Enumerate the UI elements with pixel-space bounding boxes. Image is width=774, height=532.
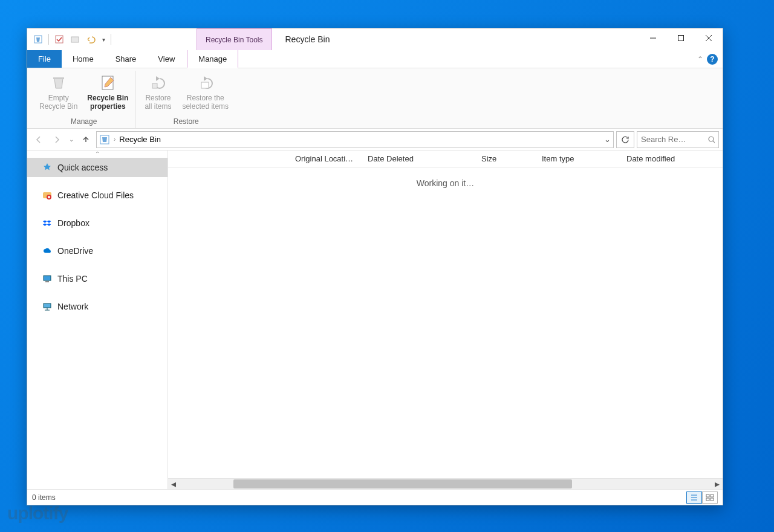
onedrive-icon — [42, 245, 53, 256]
dropbox-icon — [42, 218, 53, 229]
thumbnails-view-button[interactable] — [702, 491, 718, 504]
content-pane: Original Locati…Date DeletedSizeItem typ… — [167, 151, 723, 489]
svg-line-11 — [713, 141, 715, 143]
sidebar-item-label: OneDrive — [57, 246, 93, 256]
refresh-button[interactable] — [616, 131, 634, 148]
recycle-bin-icon[interactable] — [31, 32, 45, 47]
sidebar-item-label: This PC — [57, 274, 88, 284]
chevron-right-icon: › — [114, 136, 115, 143]
network-icon — [42, 301, 53, 312]
navigation-pane: ⌃ Quick accessCreative Cloud FilesDropbo… — [27, 151, 167, 489]
tab-share[interactable]: Share — [105, 50, 148, 68]
scroll-track[interactable] — [179, 479, 712, 489]
separator — [111, 34, 111, 45]
svg-rect-23 — [706, 495, 709, 497]
svg-rect-4 — [678, 36, 684, 41]
svg-rect-16 — [45, 281, 49, 282]
search-icon — [707, 135, 715, 144]
column-header[interactable]: Original Locati… — [289, 151, 362, 167]
tab-view[interactable]: View — [147, 50, 186, 68]
forward-button[interactable] — [49, 132, 65, 148]
column-headers: Original Locati…Date DeletedSizeItem typ… — [168, 151, 723, 167]
recycle-bin-icon — [99, 134, 110, 145]
collapse-ribbon-icon[interactable]: ⌃ — [697, 55, 703, 63]
sidebar-item-this-pc[interactable]: This PC — [27, 269, 167, 288]
titlebar: ▾ Recycle Bin Tools Recycle Bin — [27, 28, 723, 50]
svg-point-10 — [709, 137, 714, 141]
restore-icon — [148, 73, 167, 92]
close-button[interactable] — [695, 28, 723, 48]
back-button[interactable] — [31, 132, 47, 148]
minimize-button[interactable] — [639, 28, 667, 48]
ribbon-label: Empty Recycle Bin — [39, 94, 77, 111]
recycle-bin-properties-button[interactable]: Recycle Bin properties — [83, 71, 132, 116]
svg-rect-8 — [201, 82, 209, 88]
svg-rect-24 — [711, 495, 714, 497]
sidebar-item-label: Dropbox — [57, 218, 89, 228]
horizontal-scrollbar[interactable]: ◂ ▸ — [168, 478, 723, 489]
scroll-right-icon[interactable]: ▸ — [712, 479, 723, 489]
loading-text: Working on it… — [168, 167, 723, 188]
address-dropdown-icon[interactable]: ⌄ — [604, 135, 611, 144]
watermark: uplotify — [7, 503, 68, 524]
svg-rect-2 — [71, 37, 79, 42]
body: ⌃ Quick accessCreative Cloud FilesDropbo… — [27, 151, 723, 489]
address-bar[interactable]: › Recycle Bin ⌄ — [96, 131, 614, 148]
window-title: Recycle Bin — [272, 28, 640, 50]
star-icon — [42, 162, 53, 173]
ribbon-label: Recycle Bin properties — [87, 94, 128, 111]
contextual-tab-label: Recycle Bin Tools — [197, 28, 272, 50]
sidebar-item-onedrive[interactable]: OneDrive — [27, 241, 167, 261]
new-folder-icon[interactable] — [68, 32, 82, 47]
collapse-caret-icon[interactable]: ⌃ — [95, 151, 100, 157]
svg-rect-25 — [706, 498, 709, 501]
restore-selected-button[interactable]: Restore the selected items — [178, 71, 232, 116]
sidebar-item-network[interactable]: Network — [27, 297, 167, 316]
svg-rect-1 — [56, 36, 63, 43]
scroll-thumb[interactable] — [233, 479, 572, 488]
view-switcher — [686, 491, 718, 504]
scroll-left-icon[interactable]: ◂ — [168, 479, 179, 489]
column-header[interactable]: Size — [475, 151, 536, 167]
ribbon-group-title: Manage — [71, 116, 97, 128]
ribbon-group-title: Restore — [174, 116, 199, 128]
sidebar-item-creative-cloud-files[interactable]: Creative Cloud Files — [27, 186, 167, 205]
undo-icon[interactable] — [83, 32, 98, 47]
svg-rect-5 — [53, 77, 64, 79]
column-header[interactable]: Date modified — [620, 151, 705, 167]
quick-access-toolbar: ▾ — [27, 28, 117, 50]
search-box[interactable] — [637, 131, 719, 148]
tab-home[interactable]: Home — [62, 50, 105, 68]
details-view-button[interactable] — [686, 491, 702, 504]
column-header[interactable]: Date Deleted — [362, 151, 475, 167]
restore-icon — [196, 73, 215, 92]
column-header[interactable]: Item type — [536, 151, 620, 167]
ribbon: Empty Recycle Bin Recycle Bin properties… — [27, 68, 723, 129]
qat-dropdown-icon[interactable]: ▾ — [99, 32, 108, 47]
restore-all-button[interactable]: Restore all items — [140, 71, 176, 116]
pc-icon — [42, 273, 53, 284]
empty-recycle-bin-button[interactable]: Empty Recycle Bin — [36, 71, 81, 116]
explorer-window: ▾ Recycle Bin Tools Recycle Bin File Hom… — [27, 28, 723, 505]
search-input[interactable] — [641, 135, 705, 144]
address-location: Recycle Bin — [119, 135, 161, 144]
recent-dropdown-icon[interactable]: ⌄ — [67, 132, 76, 148]
sidebar-item-quick-access[interactable]: Quick access — [27, 158, 167, 177]
tab-manage[interactable]: Manage — [187, 50, 238, 68]
tab-file[interactable]: File — [27, 50, 62, 68]
ribbon-group-restore: Restore all items Restore the selected i… — [136, 71, 236, 128]
sidebar-item-label: Creative Cloud Files — [57, 190, 134, 200]
window-controls — [639, 28, 723, 50]
sidebar-item-label: Quick access — [57, 163, 108, 172]
navigation-row: ⌄ › Recycle Bin ⌄ — [27, 129, 723, 151]
properties-icon[interactable] — [52, 32, 67, 47]
properties-icon — [98, 73, 117, 92]
up-button[interactable] — [78, 132, 94, 148]
sidebar-item-dropbox[interactable]: Dropbox — [27, 213, 167, 233]
trash-icon — [49, 73, 68, 92]
help-icon[interactable]: ? — [707, 54, 718, 65]
svg-rect-15 — [44, 276, 51, 281]
maximize-button[interactable] — [667, 28, 695, 48]
item-count: 0 items — [32, 493, 56, 502]
svg-rect-26 — [711, 498, 714, 501]
